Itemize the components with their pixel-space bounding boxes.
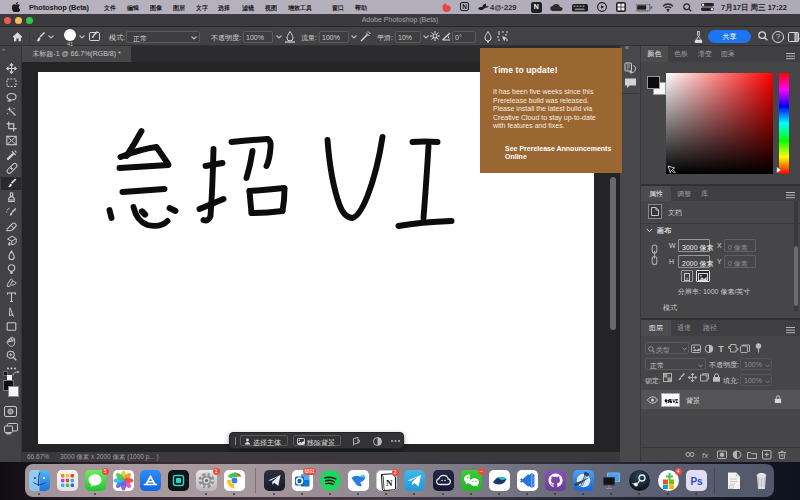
svg-text:T: T [718,344,724,354]
svg-text:fx: fx [702,451,709,460]
svg-text:Ps: Ps [690,476,703,487]
svg-text:N: N [386,478,393,488]
